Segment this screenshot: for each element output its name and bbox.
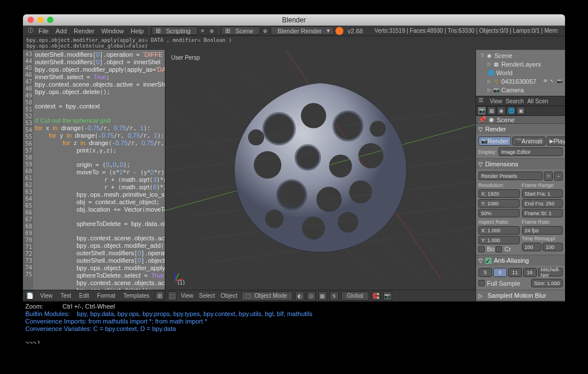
frame-rate[interactable]: 24 fps: [522, 226, 563, 235]
add-preset-icon[interactable]: +: [544, 172, 552, 181]
tab-world[interactable]: 🌐: [506, 106, 516, 115]
minimize-window-button[interactable]: [37, 17, 44, 23]
scene-selector[interactable]: ⊞ Scene: [221, 26, 260, 35]
outliner-header: ☰ View Search All Scen: [476, 96, 565, 106]
viewport-type-icon[interactable]: ⬚: [168, 291, 177, 301]
shading-mode-icon[interactable]: ◐: [295, 291, 304, 301]
tab-scene[interactable]: ◉: [497, 106, 506, 115]
render-preview-icon[interactable]: 📷: [383, 291, 392, 301]
aspect-x[interactable]: X: 1.000: [478, 226, 520, 235]
crop-checkbox[interactable]: [496, 246, 502, 252]
svg-line-34: [175, 272, 176, 281]
aa-samples-5[interactable]: 5: [478, 268, 492, 277]
text-browse-icon[interactable]: ⊞: [155, 291, 164, 300]
window-title: Blender: [282, 16, 305, 24]
aa-samples-8[interactable]: 8: [493, 268, 507, 277]
interaction-mode[interactable]: ⬚ Object Mode: [241, 291, 293, 301]
layers-icon[interactable]: ▦: [318, 291, 327, 301]
blender-icon[interactable]: ⓘ: [26, 27, 34, 35]
menu-add[interactable]: Add: [53, 28, 70, 34]
axis-gizmo: (1): [171, 269, 187, 285]
menu-window[interactable]: Window: [98, 28, 126, 34]
viewport-header: ⬚ View Select Object ⬚ Object Mode ◐ ⊙ ▦…: [165, 290, 475, 301]
properties-tabs: 📷 ▦ ◉ 🌐 ▣: [476, 106, 565, 116]
render-presets[interactable]: Render Presets: [478, 172, 543, 180]
visibility-icon: 👁: [543, 79, 549, 84]
menu-help[interactable]: Help: [128, 28, 147, 34]
aa-filter[interactable]: Mitchell-Net: [538, 268, 563, 276]
dimensions-panel-header[interactable]: ▽ Dimensions: [476, 159, 565, 169]
text-editor[interactable]: 43 44 45 46 47 48 49 50 51 52 53 54 55 5…: [23, 50, 165, 290]
tab-object[interactable]: ▣: [516, 106, 525, 115]
text-menu-format[interactable]: Format: [95, 293, 118, 299]
layout-selector[interactable]: ⊞ Scripting: [152, 26, 198, 35]
scene-add-icon[interactable]: ⊕: [261, 27, 269, 35]
render-engine[interactable]: Blender Render ▾: [270, 26, 334, 35]
world-icon: 🌐: [488, 69, 494, 76]
tab-render[interactable]: 📷: [477, 106, 486, 115]
pin-icon[interactable]: 📌: [478, 116, 486, 123]
perspective-label: User Persp: [171, 54, 200, 61]
text-menu-view[interactable]: View: [38, 293, 55, 299]
play-button[interactable]: ▶ Play: [547, 137, 565, 146]
3d-mesh-object[interactable]: [223, 75, 418, 258]
renderlayers-icon: ▦: [493, 61, 500, 68]
render-button[interactable]: 📷Render: [478, 137, 511, 146]
filter-size[interactable]: Size: 1.000: [531, 279, 563, 287]
resolution-percent[interactable]: 50%: [478, 209, 520, 217]
menu-file[interactable]: File: [36, 28, 52, 34]
viewport-menu-select[interactable]: Select: [198, 293, 217, 299]
aa-samples-16[interactable]: 16: [523, 268, 537, 277]
close-window-button[interactable]: [28, 17, 34, 23]
remap-new[interactable]: 100: [543, 243, 563, 251]
outliner[interactable]: ▽◉Scene ▷▦RenderLayers 🌐World ▷▽04316300…: [476, 50, 565, 96]
status-output: bpy.ops.object.modifier_apply(apply_as= …: [23, 36, 565, 50]
text-menu-templates[interactable]: Templates: [121, 293, 152, 299]
display-mode[interactable]: Image Editor: [498, 147, 563, 156]
remove-preset-icon[interactable]: −: [554, 172, 563, 181]
render-panel-header[interactable]: ▽ Render: [476, 124, 565, 134]
viewport-menu-view[interactable]: View: [179, 293, 195, 299]
border-checkbox[interactable]: [478, 246, 485, 252]
resolution-x[interactable]: X: 1920: [478, 189, 520, 198]
text-menu-text[interactable]: Text: [59, 293, 74, 299]
outliner-view[interactable]: View: [490, 98, 502, 104]
frame-step[interactable]: Frame St: 1: [522, 209, 563, 217]
scene-stats: Verts:31519 | Faces:48930 | Tris:63330 |…: [372, 28, 562, 34]
3d-viewport[interactable]: User Persp: [165, 50, 475, 290]
mesh-object-icon: ▽: [493, 78, 500, 85]
scene-icon: ◉: [486, 52, 493, 59]
motion-blur-panel-header[interactable]: ▷ Sampled Motion Blur: [476, 290, 565, 301]
manipulator-icon[interactable]: ↯: [330, 291, 339, 301]
orientation-selector[interactable]: Global: [341, 291, 369, 301]
aa-samples-11[interactable]: 11: [508, 268, 522, 277]
text-editor-type-icon[interactable]: 📄: [25, 291, 34, 300]
tab-renderlayers[interactable]: ▦: [487, 106, 496, 115]
outliner-search[interactable]: Search: [506, 98, 524, 104]
zoom-window-button[interactable]: [47, 17, 53, 23]
text-menu-edit[interactable]: Edit: [77, 293, 91, 299]
resolution-y[interactable]: Y: 1080: [478, 199, 520, 208]
pivot-icon[interactable]: ⊙: [307, 291, 316, 301]
animation-button[interactable]: 🎬Animati: [512, 137, 546, 146]
render-icon: 📷: [557, 79, 563, 84]
snap-icon[interactable]: 🧲: [372, 291, 381, 301]
menu-render[interactable]: Render: [71, 28, 97, 34]
python-console[interactable]: Zoom: Ctrl +/-, Ctrl-Wheel Builtin Modul…: [23, 302, 565, 344]
outliner-type-icon[interactable]: ☰: [478, 97, 486, 105]
line-numbers: 43 44 45 46 47 48 49 50 51 52 53 54 55 5…: [23, 50, 33, 290]
select-icon: ↖: [550, 79, 556, 84]
full-sample-checkbox[interactable]: [478, 280, 485, 286]
frame-start[interactable]: Start Fra: 1: [522, 189, 563, 198]
layout-add-icon[interactable]: ⊕: [208, 27, 216, 35]
antialiasing-panel-header[interactable]: ▽ ✓ Anti-Aliasing: [476, 255, 565, 266]
version-label: v2.68: [345, 28, 366, 34]
code-content[interactable]: outerShell.modifiers[0].operation = 'DIF…: [33, 50, 165, 290]
frame-end[interactable]: End Fra: 250: [522, 199, 563, 208]
outliner-filter[interactable]: All Scen: [527, 98, 548, 104]
viewport-menu-object[interactable]: Object: [219, 293, 239, 299]
remap-old[interactable]: 100: [522, 243, 542, 251]
aspect-y[interactable]: Y: 1.000: [478, 236, 520, 244]
layout-prev-icon[interactable]: ✕: [199, 27, 207, 35]
mac-titlebar[interactable]: Blender: [23, 14, 565, 26]
